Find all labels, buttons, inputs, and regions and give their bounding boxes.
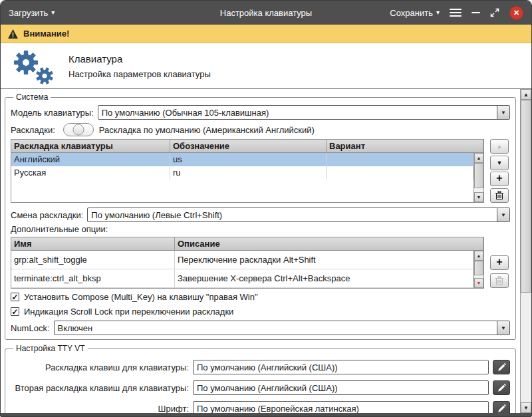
scrolllock-checkbox[interactable]: ✓ Индикация Scroll Lock при переключении… [11, 305, 510, 319]
table-cell: Переключение раскладки Alt+Shift [175, 251, 473, 269]
maximize-button[interactable] [490, 8, 499, 17]
options-table-body: grp:alt_shift_toggle Переключение раскла… [11, 251, 473, 288]
chevron-down-icon: ▾ [51, 9, 55, 16]
keyboard-model-select[interactable]: По умолчанию (Обычная 105-клавишная) ▼ [98, 105, 510, 120]
scroll-track[interactable] [521, 100, 531, 402]
save-menu-label: Сохранить [390, 8, 433, 18]
arrow-down-icon: ▼ [523, 405, 529, 411]
titlebar: Настройка клавиатуры Загрузить ▾ Сохрани… [1, 1, 531, 25]
add-option-button[interactable]: + [490, 255, 509, 270]
warning-icon [7, 29, 19, 39]
layout-table: Раскладка клавиатуры Обозначение Вариант… [11, 139, 484, 203]
tty-layout2-field[interactable]: По умолчанию (Английский (США)) [193, 380, 489, 395]
pencil-icon [497, 404, 506, 413]
scroll-down-button[interactable]: ▼ [521, 402, 531, 413]
column-header-variant[interactable]: Вариант [327, 140, 483, 152]
page-title: Клавиатура [68, 53, 211, 65]
table-row[interactable]: grp:alt_shift_toggle Переключение раскла… [11, 251, 473, 269]
layouts-hint: Раскладка по умолчанию (Американский Анг… [99, 125, 315, 135]
compose-checkbox[interactable]: ✓ Установить Compose (Multi_Key) на клав… [11, 290, 510, 304]
column-header-description[interactable]: Описание [175, 237, 483, 250]
gears-icon [7, 45, 58, 87]
edit-tty-layout-button[interactable] [493, 360, 510, 374]
numlock-select[interactable]: Включен ▼ [54, 321, 510, 335]
scroll-down-button[interactable]: ▼ [474, 278, 483, 288]
arrow-up-icon: ▲ [497, 143, 503, 150]
table-cell: Завершение X-сервера Ctrl+Alt+Backspace [175, 269, 473, 287]
edit-tty-font-button[interactable] [493, 401, 510, 413]
table-row[interactable]: Русская ru [11, 166, 473, 180]
hamburger-icon [450, 9, 462, 10]
scroll-up-button[interactable]: ▲ [474, 251, 483, 261]
delete-layout-button[interactable] [490, 188, 509, 203]
close-icon: ✕ [513, 9, 519, 17]
default-layout-toggle[interactable] [63, 123, 94, 136]
arrow-up-icon: ▲ [477, 253, 481, 258]
minimize-button[interactable] [471, 12, 480, 13]
load-menu-button[interactable]: Загрузить ▾ [9, 8, 55, 18]
options-table-buttons: + [490, 237, 509, 289]
table-cell [327, 153, 473, 166]
column-header-layout[interactable]: Раскладка клавиатуры [11, 140, 170, 152]
scroll-up-button[interactable]: ▲ [521, 89, 531, 100]
tty-layout2-row: Вторая раскладка клавиш для клавиатуры: … [11, 380, 510, 396]
options-table-area: Имя Описание grp:alt_shift_toggle Перекл… [11, 237, 510, 289]
switch-combo-label: Смена раскладки: [11, 210, 83, 220]
table-row[interactable]: Английский us [11, 153, 473, 166]
tty-font-field[interactable]: По умолчанию (Европейская латинская) [193, 401, 489, 413]
menu-button[interactable] [450, 9, 462, 17]
main-area: Система Модель клавиатуры: По умолчанию … [1, 88, 531, 413]
plus-icon: + [496, 256, 502, 268]
layout-table-body: Английский us Русская ru [11, 153, 473, 202]
scroll-thumb[interactable] [521, 100, 531, 293]
window-bottom-edge [1, 413, 531, 416]
arrow-down-icon: ▼ [477, 195, 481, 200]
table-row[interactable]: terminate:ctrl_alt_bksp Завершение X-сер… [11, 269, 473, 288]
tty-group-legend: Настройка TTY VT [13, 344, 88, 353]
settings-window: Настройка клавиатуры Загрузить ▾ Сохрани… [0, 0, 532, 417]
column-header-name[interactable]: Имя [11, 237, 175, 250]
save-menu-button[interactable]: Сохранить ▾ [390, 8, 440, 18]
arrow-up-icon: ▲ [523, 92, 529, 98]
pencil-icon [497, 363, 506, 372]
load-menu-label: Загрузить [9, 8, 48, 18]
scroll-track[interactable] [474, 261, 483, 278]
chevron-down-icon: ▼ [497, 208, 509, 221]
scroll-thumb[interactable] [474, 261, 483, 275]
switch-combo-select[interactable]: По умолчанию (Левые Ctrl+Shift) ▼ [87, 208, 510, 222]
arrow-down-icon: ▼ [477, 281, 481, 285]
keyboard-model-value: По умолчанию (Обычная 105-клавишная) [98, 106, 497, 119]
table-cell [327, 166, 473, 180]
trash-icon [495, 276, 503, 285]
tty-layout-field[interactable]: По умолчанию (Английский (США)) [193, 360, 489, 374]
scroll-up-button[interactable]: ▲ [474, 153, 483, 163]
chevron-down-icon: ▼ [497, 321, 509, 335]
options-table-scrollbar: ▲ ▼ [473, 251, 483, 288]
move-up-button[interactable]: ▲ [490, 139, 509, 154]
table-cell: Английский [11, 153, 170, 166]
table-cell: ru [170, 166, 327, 180]
scroll-track[interactable] [474, 163, 483, 192]
scroll-thumb[interactable] [474, 163, 483, 188]
tty-layout2-label: Вторая раскладка клавиш для клавиатуры: [11, 383, 189, 393]
column-header-code[interactable]: Обозначение [170, 140, 327, 152]
table-cell: us [170, 153, 327, 166]
layout-table-area: Раскладка клавиатуры Обозначение Вариант… [11, 139, 510, 203]
table-cell: Русская [11, 166, 170, 180]
content: Система Модель клавиатуры: По умолчанию … [1, 89, 520, 413]
scroll-down-button[interactable]: ▼ [474, 192, 483, 202]
check-icon: ✓ [11, 293, 18, 301]
trash-icon [495, 191, 503, 200]
chevron-down-icon: ▼ [497, 106, 509, 119]
add-layout-button[interactable]: + [490, 172, 509, 186]
warning-bar: Внимание! [1, 25, 531, 43]
pencil-icon [497, 384, 506, 392]
delete-option-button[interactable] [490, 273, 509, 288]
options-table-header: Имя Описание [11, 237, 483, 251]
table-cell: grp:alt_shift_toggle [11, 251, 175, 269]
close-button[interactable]: ✕ [509, 6, 523, 20]
tty-font-row: Шрифт: По умолчанию (Европейская латинск… [11, 400, 510, 413]
options-table: Имя Описание grp:alt_shift_toggle Перекл… [11, 237, 484, 289]
move-down-button[interactable]: ▼ [490, 156, 509, 170]
edit-tty-layout2-button[interactable] [493, 380, 510, 395]
